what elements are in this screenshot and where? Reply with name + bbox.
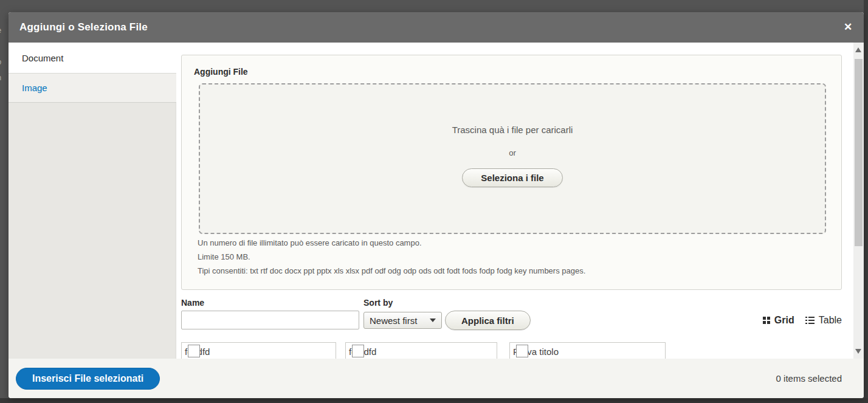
add-file-fieldset: Aggiungi File Trascina quà i file per ca… — [181, 55, 842, 290]
overlay-edge-right — [864, 0, 868, 403]
select-files-button[interactable]: Seleziona i file — [462, 168, 562, 187]
scroll-up-arrow-icon[interactable] — [855, 47, 861, 52]
view-switcher: Grid Table — [742, 315, 842, 326]
apply-filters-button[interactable]: Applica filtri — [445, 311, 531, 330]
add-file-legend: Aggiungi File — [194, 67, 248, 77]
selected-items-status: 0 items selected — [776, 373, 842, 384]
insert-selected-button[interactable]: Inserisci File selezionati — [16, 368, 160, 390]
table-view-toggle[interactable]: Table — [805, 315, 842, 326]
sidebar-item-label: Document — [22, 53, 63, 63]
media-item-card[interactable]: fdfffdfd — [345, 342, 497, 359]
overlay-edge-bottom — [0, 398, 868, 403]
modal-titlebar: Aggiungi o Seleziona File ✕ — [9, 12, 864, 43]
background-text-fragment: n — [0, 73, 8, 83]
dropzone-hint: Trascina quà i file per caricarli — [452, 125, 573, 135]
media-type-sidebar: Document Image — [9, 43, 176, 359]
table-icon — [805, 317, 815, 324]
background-text-fragment: o — [0, 57, 8, 67]
upload-help-text: Un numero di file illimitato può essere … — [198, 236, 585, 278]
close-icon: ✕ — [844, 21, 852, 33]
background-text-fragment: e — [0, 26, 8, 35]
upload-help-line: Limite 150 MB. — [198, 250, 585, 264]
sidebar-item-label: Image — [22, 83, 47, 93]
media-item-checkbox[interactable] — [188, 345, 200, 357]
close-button[interactable]: ✕ — [839, 19, 856, 36]
sort-selected-value: Newest first — [370, 315, 430, 326]
media-item-card[interactable]: fdffdfd — [181, 342, 336, 359]
chevron-down-icon — [430, 319, 436, 322]
media-item-checkbox[interactable] — [516, 345, 528, 357]
sort-by-label: Sort by — [363, 298, 393, 308]
content-scrollbar[interactable] — [853, 43, 864, 359]
background-page-fragments: e l o n — [0, 26, 8, 159]
media-item-checkbox[interactable] — [352, 345, 364, 357]
sidebar-filler — [9, 103, 176, 359]
name-filter-input[interactable] — [181, 311, 359, 329]
scroll-down-arrow-icon[interactable] — [855, 349, 861, 354]
upload-help-line: Tipi consentiti: txt rtf doc docx ppt pp… — [198, 264, 585, 278]
name-filter-label: Name — [181, 298, 204, 308]
sidebar-item-image[interactable]: Image — [9, 74, 176, 103]
modal-footer: Inserisci File selezionati 0 items selec… — [9, 359, 864, 398]
upload-help-line: Un numero di file illimitato può essere … — [198, 236, 585, 250]
media-item-card[interactable]: Prova titolo — [509, 342, 666, 359]
sort-select[interactable]: Newest first — [363, 312, 442, 329]
grid-view-toggle[interactable]: Grid — [763, 315, 794, 326]
table-view-label: Table — [819, 315, 842, 326]
sidebar-item-document[interactable]: Document — [9, 43, 176, 74]
dropzone-or-separator: or — [509, 148, 516, 157]
media-library-modal: Aggiungi o Seleziona File ✕ Document Ima… — [9, 12, 864, 398]
background-text-fragment: l — [0, 41, 8, 51]
media-library-content: Aggiungi File Trascina quà i file per ca… — [176, 43, 853, 359]
grid-view-label: Grid — [774, 315, 794, 326]
scrollbar-thumb[interactable] — [855, 59, 863, 246]
modal-title: Aggiungi o Seleziona File — [19, 21, 148, 33]
file-dropzone[interactable]: Trascina quà i file per caricarli or Sel… — [199, 83, 826, 234]
grid-icon — [763, 317, 770, 324]
